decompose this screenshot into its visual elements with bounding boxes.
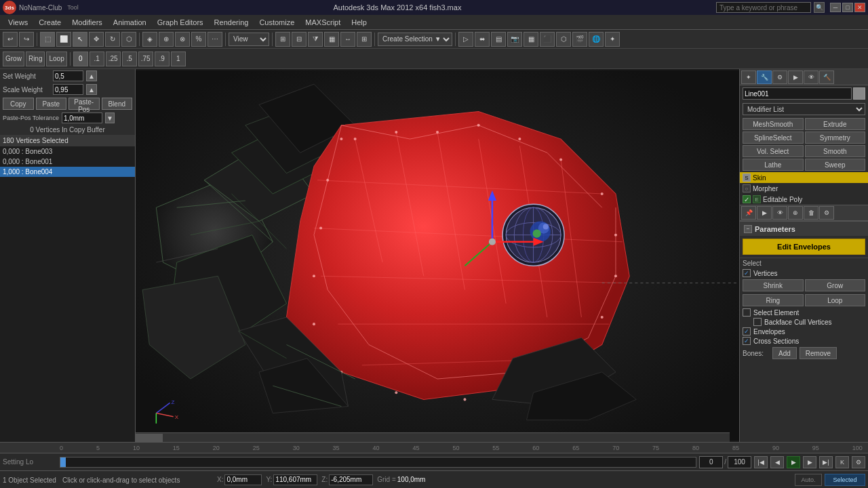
tolerance-input[interactable] (62, 113, 102, 123)
menu-create[interactable]: Create (33, 17, 66, 28)
motion-panel-icon[interactable]: ▶ (788, 70, 803, 84)
modifier-editable-poly[interactable]: ✓ E Editable Poly (740, 194, 868, 205)
select-object-button[interactable]: ⬚ (40, 32, 55, 47)
timeline-playhead[interactable] (60, 458, 66, 467)
spacing-button[interactable]: ↔ (340, 32, 355, 47)
weight-2-button[interactable]: .25 (106, 52, 121, 66)
environment-button[interactable]: 🌐 (589, 32, 604, 47)
render-type-button[interactable]: ▦ (524, 32, 538, 47)
toggle-icon[interactable]: ▶ (757, 206, 772, 220)
play-button[interactable]: ▶ (787, 456, 800, 468)
pin-stack-icon[interactable]: 📌 (741, 206, 756, 220)
set-weight-up[interactable]: ▲ (86, 70, 97, 81)
reference-button[interactable]: ◈ (142, 32, 157, 47)
configure-icon[interactable]: ⚙ (819, 206, 834, 220)
show-result-icon[interactable]: 👁 (772, 206, 787, 220)
array-button[interactable]: ▦ (324, 32, 339, 47)
grow-button[interactable]: Grow (3, 52, 24, 66)
backface-cull-checkbox[interactable] (753, 318, 762, 326)
h-scrollbar-thumb[interactable] (136, 434, 163, 442)
symmetry-button[interactable]: Symmetry (805, 131, 866, 144)
paste-button[interactable]: Paste (36, 98, 67, 110)
go-start-button[interactable]: |◀ (754, 456, 768, 468)
layer-manager-button[interactable]: ▤ (491, 32, 506, 47)
modifier-skin[interactable]: S Skin (740, 172, 868, 183)
prev-frame-button[interactable]: ◀ (770, 456, 784, 468)
spinner-snap-button[interactable]: ⋯ (208, 32, 222, 47)
object-color-swatch[interactable] (853, 87, 865, 100)
select-rotate-button[interactable]: ↻ (105, 32, 120, 47)
x-coord-input[interactable] (224, 474, 262, 485)
z-coord-input[interactable] (329, 474, 373, 485)
weight-6-button[interactable]: 1 (171, 52, 186, 66)
snap-angle-button[interactable]: ⊗ (175, 32, 190, 47)
menu-modifiers[interactable]: Modifiers (66, 17, 108, 28)
maximize-button[interactable]: □ (842, 3, 853, 12)
cross-sections-checkbox[interactable] (743, 337, 751, 345)
bone-item-2[interactable]: 1,000 : Bone004 (0, 167, 135, 177)
search-input[interactable] (716, 2, 811, 13)
scale-weight-input[interactable] (53, 84, 83, 95)
loop-button[interactable]: Loop (46, 52, 66, 66)
menu-help[interactable]: Help (346, 17, 372, 28)
snap-percent-button[interactable]: % (191, 32, 206, 47)
modifier-morpher[interactable]: ○ Morpher (740, 183, 868, 194)
bone-item-1[interactable]: 0,000 : Bone001 (0, 157, 135, 167)
params-collapse-btn[interactable]: − (744, 225, 752, 233)
next-frame-button[interactable]: ▶ (803, 456, 816, 468)
total-frames-input[interactable] (728, 456, 751, 468)
scale-weight-up[interactable]: ▲ (86, 84, 97, 95)
menu-maxscript[interactable]: MAXScript (300, 17, 346, 28)
select-element-checkbox[interactable] (743, 308, 751, 317)
mirror-button[interactable]: ⧩ (308, 32, 323, 47)
vertices-checkbox[interactable] (743, 269, 751, 277)
remove-modifier-icon[interactable]: 🗑 (804, 206, 818, 220)
make-unique-icon[interactable]: ⊕ (788, 206, 803, 220)
meshsmooth-button[interactable]: MeshSmooth (743, 118, 804, 130)
loop-params-button[interactable]: Loop (805, 294, 866, 306)
create-selection-dropdown[interactable]: Create Selection ▼ (378, 33, 452, 46)
add-bone-button[interactable]: Add (772, 347, 797, 359)
auto-key-button[interactable]: Auto. (795, 474, 822, 486)
selected-mode-button[interactable]: Selected (825, 474, 865, 486)
named-selection-button[interactable]: ▷ (458, 32, 473, 47)
display-panel-icon[interactable]: 👁 (804, 70, 818, 84)
volselect-button[interactable]: Vol. Select (743, 145, 804, 157)
shrink-button[interactable]: Shrink (743, 279, 804, 291)
align-button[interactable]: ⊞ (275, 32, 290, 47)
viewport[interactable]: Z X (136, 69, 739, 442)
mirror2-button[interactable]: ⬌ (475, 32, 490, 47)
key-mode-button[interactable]: K (835, 456, 849, 468)
parameters-header[interactable]: − Parameters (740, 221, 868, 236)
redo-button[interactable]: ↪ (19, 32, 34, 47)
weight-3-button[interactable]: .5 (122, 52, 137, 66)
weight-4-button[interactable]: .75 (138, 52, 153, 66)
time-config-button[interactable]: ⚙ (852, 456, 865, 468)
extrude-button[interactable]: Extrude (805, 118, 866, 130)
minimize-button[interactable]: ─ (830, 3, 841, 12)
undo-button[interactable]: ↩ (3, 32, 18, 47)
search-icon[interactable]: 🔍 (814, 2, 825, 13)
select-and-move-button[interactable]: ✥ (89, 32, 104, 47)
lathe-button[interactable]: Lathe (743, 159, 804, 171)
create-panel-icon[interactable]: ✦ (741, 70, 756, 84)
grow-params-button[interactable]: Grow (805, 279, 866, 291)
object-name-input[interactable] (743, 87, 852, 100)
weight-5-button[interactable]: .9 (155, 52, 170, 66)
copy-button[interactable]: Copy (3, 98, 34, 110)
menu-animation[interactable]: Animation (108, 17, 152, 28)
select-region-button[interactable]: ⬜ (56, 32, 71, 47)
envelopes-checkbox[interactable] (743, 327, 751, 336)
hierarchy-panel-icon[interactable]: ⚙ (772, 70, 787, 84)
set-weight-input[interactable] (53, 70, 83, 81)
current-frame-input[interactable] (699, 456, 723, 468)
edit-envelopes-button[interactable]: Edit Envelopes (743, 239, 865, 255)
menu-rendering[interactable]: Rendering (209, 17, 254, 28)
splineselect-button[interactable]: SplineSelect (743, 131, 804, 144)
bone-item-0[interactable]: 0,000 : Bone003 (0, 146, 135, 157)
render-view-button[interactable]: 🎬 (572, 32, 587, 47)
material-editor-button[interactable]: ⬡ (556, 32, 571, 47)
tolerance-dropdown[interactable]: ▼ (105, 113, 115, 123)
modify-panel-icon[interactable]: 🔧 (757, 70, 772, 84)
select-mode-button[interactable]: ↖ (73, 32, 87, 47)
